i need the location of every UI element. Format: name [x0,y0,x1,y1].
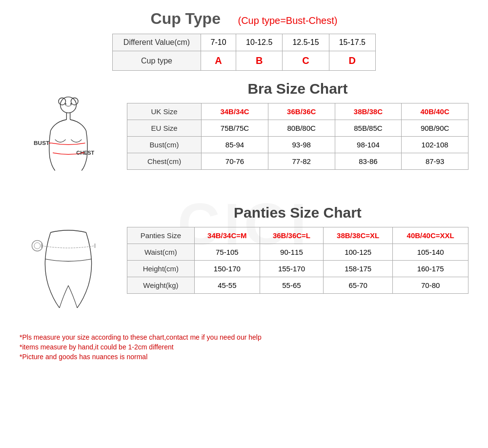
bra-eu-label: EU Size [127,120,202,137]
bra-eu-3: 85B/85C [335,120,402,137]
cup-type-b: B [236,51,283,71]
note-1: *Pls measure your size according to thes… [20,333,468,341]
bra-chest-2: 77-82 [268,153,335,170]
cup-table-header-3: 12.5-15 [283,34,329,51]
panties-height-3: 158-175 [324,261,393,277]
bra-bust-1: 85-94 [202,137,268,153]
note-3: *Picture and goods has nuances is normal [20,353,468,361]
bra-size-section: BUST CHEST Bra Size Chart UK Size 34B/34… [20,81,468,193]
svg-point-13 [32,241,42,251]
bra-eu-1: 75B/75C [202,120,268,137]
svg-point-1 [59,98,66,105]
panties-waist-2: 90-115 [260,244,323,261]
bra-illustration: BUST CHEST [20,95,117,193]
cup-type-table: Different Value(cm) 7-10 10-12.5 12.5-15… [112,34,376,71]
bra-eu-4: 90B/90C [402,120,468,137]
bra-chest-1: 70-76 [202,153,268,170]
panties-size-table: Panties Size 34B/34C=M 36B/36C=L 38B/38C… [127,227,468,294]
bra-bust-label: Bust(cm) [127,137,202,153]
panties-size-3: 38B/38C=XL [324,227,393,244]
svg-point-14 [34,243,41,249]
svg-point-3 [65,103,66,105]
bra-uk-label: UK Size [127,103,202,120]
svg-point-4 [70,103,72,105]
svg-text:CHEST: CHEST [76,150,94,156]
panties-size-1: 34B/34C=M [194,227,260,244]
bra-eu-2: 80B/80C [268,120,335,137]
panties-right-content: Panties Size Chart Panties Size 34B/34C=… [127,204,468,294]
bra-uk-2: 36B/36C [268,103,335,120]
bra-uk-4: 40B/40C [402,103,468,120]
cup-type-c: C [283,51,329,71]
note-2: *items measure by hand,it could be 1-2cm… [20,343,468,351]
panties-size-4: 40B/40C=XXL [393,227,468,244]
bra-bust-2: 93-98 [268,137,335,153]
panties-weight-2: 55-65 [260,277,323,294]
notes-section: *Pls measure your size according to thes… [20,328,468,367]
cup-type-main-title: Cup Type [151,10,221,27]
panties-chart-title: Panties Size Chart [127,204,468,221]
panties-waist-1: 75-105 [194,244,260,261]
panties-height-1: 150-170 [194,261,260,277]
bra-right-content: Bra Size Chart UK Size 34B/34C 36B/36C 3… [127,81,468,170]
bra-size-table: UK Size 34B/34C 36B/36C 38B/38C 40B/40C … [127,103,468,170]
cup-table-row-label: Cup type [113,51,201,71]
bra-uk-1: 34B/34C [202,103,268,120]
panties-weight-3: 65-70 [324,277,393,294]
cup-type-d: D [329,51,375,71]
bra-uk-3: 38B/38C [335,103,402,120]
cup-type-subtitle: (Cup type=Bust-Chest) [238,15,337,26]
panties-size-section: Panties Size Chart Panties Size 34B/34C=… [20,204,468,317]
cup-table-header-4: 15-17.5 [329,34,375,51]
cup-type-title: Cup Type (Cup type=Bust-Chest) [20,10,468,28]
panties-weight-4: 70-80 [393,277,468,294]
panties-illustration [20,219,117,317]
cup-table-header-label: Different Value(cm) [113,34,201,51]
cup-type-a: A [201,51,236,71]
cup-type-section: Cup Type (Cup type=Bust-Chest) Different… [20,10,468,71]
cup-table-header-1: 7-10 [201,34,236,51]
panties-waist-label: Waist(cm) [127,244,195,261]
bra-chest-label: Chest(cm) [127,153,202,170]
panties-weight-label: Weight(kg) [127,277,195,294]
panties-height-4: 160-175 [393,261,468,277]
svg-text:BUST: BUST [34,140,50,146]
bra-bust-3: 98-104 [335,137,402,153]
panties-height-2: 155-170 [260,261,323,277]
panties-weight-1: 45-55 [194,277,260,294]
panties-height-label: Height(cm) [127,261,195,277]
bra-bust-4: 102-108 [402,137,468,153]
bra-chest-3: 83-86 [335,153,402,170]
bra-chest-4: 87-93 [402,153,468,170]
panties-waist-3: 100-125 [324,244,393,261]
cup-table-header-2: 10-12.5 [236,34,283,51]
bra-chart-title: Bra Size Chart [127,81,468,97]
panties-size-2: 36B/36C=L [260,227,323,244]
panties-waist-4: 105-140 [393,244,468,261]
panties-size-label: Panties Size [127,227,195,244]
svg-point-2 [71,98,78,105]
